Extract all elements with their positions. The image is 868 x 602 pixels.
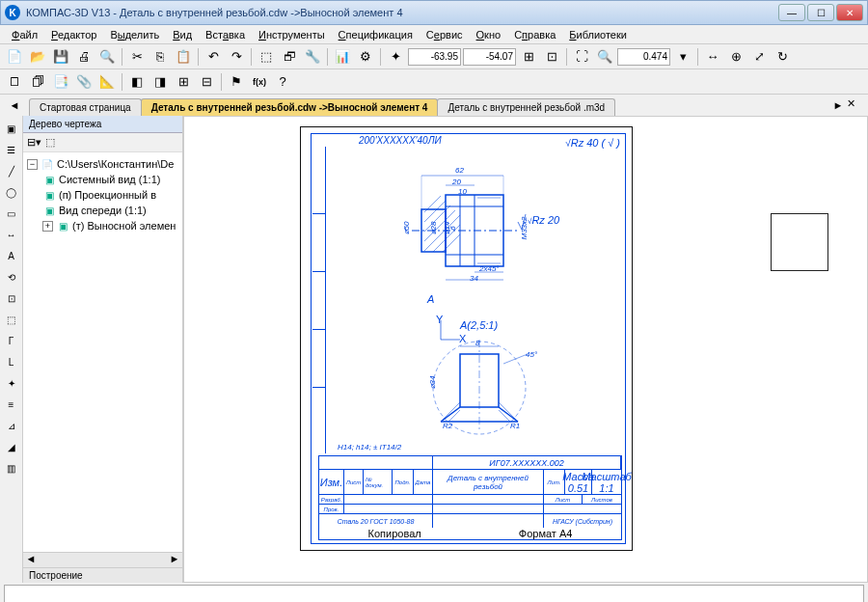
strip-button[interactable]: L [2, 352, 21, 371]
strip-button[interactable]: ✦ [2, 373, 21, 393]
dim-r1: R1 [510, 422, 520, 430]
dim-phi50: ⌀50 [402, 222, 411, 235]
expand-icon[interactable]: + [42, 221, 53, 232]
tool-button[interactable]: ◨ [149, 71, 171, 93]
view-icon: ▣ [42, 204, 56, 217]
coord-y-input[interactable] [463, 48, 516, 66]
save-button[interactable]: 💾 [50, 46, 71, 68]
tab-close-button[interactable]: ✕ [847, 97, 860, 113]
strip-button[interactable]: ◢ [2, 437, 21, 456]
menu-tools[interactable]: Инструменты [253, 27, 331, 42]
dropdown-icon[interactable]: ▾ [672, 46, 693, 68]
tool-button[interactable]: ⚑ [226, 71, 247, 93]
zoom-input[interactable] [617, 48, 670, 66]
tool-button[interactable]: ↻ [772, 46, 793, 68]
tool-button[interactable]: ↔ [702, 46, 723, 68]
title-block: ИГ07.ХХХХХХ.002 Изм. Лист № докум. Подп.… [318, 455, 622, 540]
menu-select[interactable]: Выделить [104, 27, 165, 42]
copy-button[interactable]: ⎘ [149, 46, 171, 68]
strip-button[interactable]: Γ [2, 331, 21, 350]
strip-button[interactable]: ▣ [2, 119, 21, 138]
tool-button[interactable]: ⊞ [173, 71, 194, 93]
tab-nav-left[interactable]: ◄ [8, 97, 21, 113]
menu-window[interactable]: Окно [471, 27, 507, 42]
strip-button[interactable]: ≡ [2, 395, 21, 414]
open-button[interactable]: 📂 [27, 46, 48, 68]
cut-button[interactable]: ✂ [126, 46, 148, 68]
undo-button[interactable]: ↶ [203, 46, 224, 68]
tool-button[interactable]: ⤢ [748, 46, 770, 68]
tool-button[interactable]: ⬚ [256, 46, 277, 68]
tab-active-doc[interactable]: Деталь с внутренней резьбой.cdw ->Выносн… [141, 98, 439, 116]
tool-button[interactable]: 📑 [50, 71, 71, 93]
strip-button[interactable]: ▥ [2, 458, 21, 478]
menu-view[interactable]: Вид [167, 27, 198, 42]
tool-button[interactable]: ⊡ [541, 46, 562, 68]
coord-x-input[interactable] [408, 48, 461, 66]
view-icon: ▣ [56, 219, 69, 233]
view-icon: ▣ [42, 188, 56, 202]
tool-button[interactable]: 📊 [332, 46, 353, 68]
tree-node[interactable]: ▣ (п) Проекционный в [27, 187, 178, 203]
scroll-right-icon[interactable]: ► [167, 553, 182, 567]
zoom-fit-button[interactable]: ⛶ [571, 46, 592, 68]
strip-button[interactable]: ⊡ [2, 288, 21, 308]
menu-help[interactable]: Справка [508, 27, 561, 42]
tool-button[interactable]: ⚙ [355, 46, 376, 68]
tree-node[interactable]: + ▣ (т) Выносной элемен [27, 218, 178, 233]
tree-root[interactable]: − 📄 C:\Users\Константин\De [27, 156, 178, 172]
tool-button[interactable]: 🗍 [27, 71, 48, 93]
tab-third[interactable]: Деталь с внутренней резьбой .m3d [437, 98, 615, 116]
dim-tool-icon[interactable]: ↔ [2, 225, 21, 244]
dim-phi28: ⌀28 [429, 222, 438, 235]
tree-mode-button[interactable]: ⬚ [45, 136, 55, 149]
collapse-icon[interactable]: − [27, 159, 38, 170]
close-button[interactable]: ✕ [836, 4, 863, 21]
tool-button[interactable]: ◧ [126, 71, 148, 93]
strip-button[interactable]: A [2, 246, 21, 265]
sep-icon [122, 48, 122, 66]
tab-nav-right[interactable]: ► [831, 97, 845, 113]
tool-button[interactable]: ⊕ [725, 46, 746, 68]
tree-node[interactable]: ▣ Вид спереди (1:1) [27, 203, 178, 218]
tree-h-scrollbar[interactable]: ◄ ► [23, 552, 182, 567]
tool-button[interactable]: 🗗 [279, 46, 300, 68]
help-button[interactable]: ? [272, 71, 293, 93]
strip-button[interactable]: ◯ [2, 182, 21, 202]
paste-button[interactable]: 📋 [173, 46, 194, 68]
menu-file[interactable]: Файл [6, 27, 43, 42]
tab-start-page[interactable]: Стартовая страница [29, 98, 142, 116]
preview-button[interactable]: 🔍 [96, 46, 118, 68]
menu-insert[interactable]: Вставка [200, 27, 251, 42]
strip-button[interactable]: ⟲ [2, 267, 21, 287]
new-button[interactable]: 📄 [4, 46, 25, 68]
tool-button[interactable]: ⊟ [196, 71, 217, 93]
menu-spec[interactable]: Спецификация [333, 27, 419, 42]
strip-button[interactable]: ⊿ [2, 416, 21, 435]
menu-edit[interactable]: Редактор [45, 27, 102, 42]
command-panel[interactable] [4, 585, 864, 602]
minimize-button[interactable]: — [778, 4, 805, 21]
tool-button[interactable]: ⊞ [518, 46, 539, 68]
strip-button[interactable]: ⬚ [2, 310, 21, 329]
tree-mode-button[interactable]: ⊟▾ [27, 136, 41, 149]
sep-icon [566, 48, 567, 66]
menu-service[interactable]: Сервис [420, 27, 469, 42]
menu-libs[interactable]: Библиотеки [563, 27, 633, 42]
tool-button[interactable]: 📐 [96, 71, 118, 93]
tool-button[interactable]: 🗌 [4, 71, 25, 93]
maximize-button[interactable]: ☐ [807, 4, 834, 21]
strip-button[interactable]: ☰ [2, 140, 21, 159]
strip-button[interactable]: ▭ [2, 204, 21, 223]
print-button[interactable]: 🖨 [73, 46, 95, 68]
tool-button[interactable]: 📎 [73, 71, 95, 93]
side-bottom-tab[interactable]: Построение [23, 567, 182, 583]
tree-node[interactable]: ▣ Системный вид (1:1) [27, 172, 178, 187]
drawing-tree[interactable]: − 📄 C:\Users\Константин\De ▣ Системный в… [23, 152, 182, 552]
fx-button[interactable]: f(x) [249, 71, 270, 93]
tool-button[interactable]: 🔧 [302, 46, 323, 68]
scroll-left-icon[interactable]: ◄ [23, 553, 39, 567]
line-tool-icon[interactable]: ╱ [2, 161, 21, 180]
redo-button[interactable]: ↷ [226, 46, 247, 68]
drawing-canvas[interactable]: 200'ХХХХХХ'40ЛИ √Rz 40 ( √ ) [183, 116, 868, 583]
